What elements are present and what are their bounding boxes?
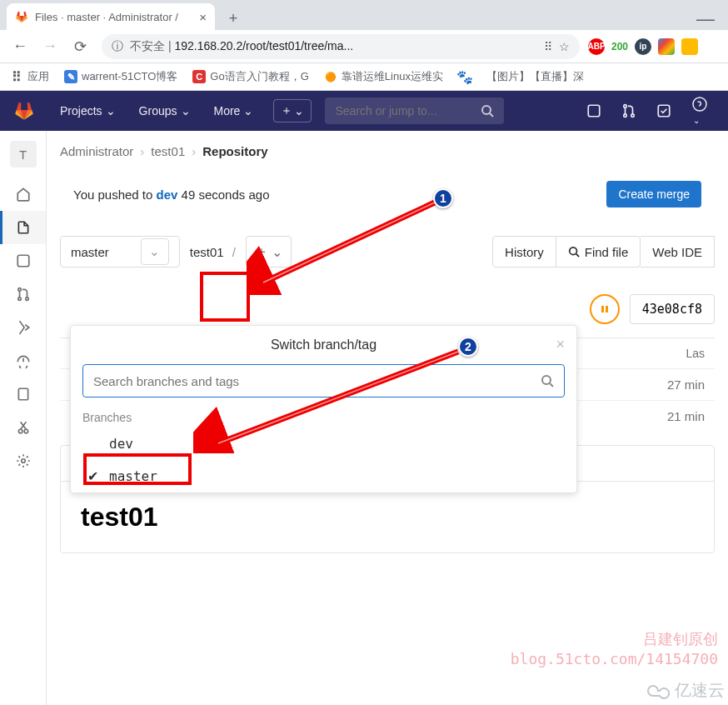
search-icon [541,374,554,388]
forward-button[interactable]: → [37,33,63,60]
close-tab-icon[interactable]: × [199,10,207,24]
nav-more[interactable]: More ⌄ [206,98,262,124]
svg-point-3 [624,105,626,108]
commit-sha[interactable]: 43e08cf8 [630,294,715,324]
breadcrumb-project[interactable]: test01 [151,144,185,158]
dropdown-section-label: Branches [71,408,576,428]
path-root[interactable]: test01 [190,245,224,259]
sidebar-settings[interactable] [0,444,46,478]
push-banner: You pushed to dev 49 seconds ago Create … [60,171,715,218]
breadcrumb-current: Repository [202,144,267,158]
info-icon: ⓘ [112,39,123,54]
merge-requests-icon[interactable] [615,97,643,125]
todos-icon[interactable] [650,97,678,125]
extension-icon[interactable] [681,38,698,55]
branch-selector[interactable]: master ⌄ [60,236,180,268]
add-file-button[interactable]: ＋⌄ [246,236,292,268]
extension-icons: ABP 200 ip [588,38,721,55]
nav-projects[interactable]: Projects ⌄ [52,98,124,124]
annotation-badge-2: 2 [458,337,478,357]
svg-line-21 [550,383,553,387]
sidebar-issues[interactable] [0,244,46,278]
reload-button[interactable]: ⟳ [67,33,93,60]
bookmark-live[interactable]: 【图片】【直播】深 [486,69,584,84]
plus-icon: ＋ [255,243,268,261]
nav-search[interactable] [325,98,504,124]
svg-line-17 [576,254,579,258]
search-icon [568,246,580,258]
sidebar-snippets[interactable] [0,411,46,444]
svg-point-5 [631,114,634,117]
chevron-down-icon: ⌄ [272,244,282,260]
svg-point-15 [21,459,25,463]
nav-search-input[interactable] [335,104,481,118]
branch-search[interactable] [82,364,565,398]
plus-icon: ＋ [281,103,292,118]
chevron-down-icon: ⌄ [181,104,191,118]
pipeline-pending-icon[interactable] [590,294,620,324]
chevron-down-icon: ⌄ [141,238,169,265]
sidebar-operations[interactable] [0,344,46,378]
new-tab-button[interactable]: + [222,7,245,30]
address-bar[interactable]: ⓘ 不安全 | 192.168.20.2/root/test01/tree/ma… [102,34,580,59]
new-button[interactable]: ＋⌄ [273,99,312,122]
bookmark-warrent[interactable]: ✎warrent-51CTO博客 [64,69,177,84]
bookmarks-bar: ⠿应用 ✎warrent-51CTO博客 CGo语言入门教程，G 🟠靠谱运维Li… [0,63,728,91]
svg-point-13 [18,429,22,433]
branch-search-input[interactable] [93,374,541,388]
browser-tab[interactable]: Files · master · Administrator / × [7,3,215,30]
annotation-badge-1: 1 [433,188,453,208]
sidebar-merge-requests[interactable] [0,278,46,311]
abp-icon[interactable]: ABP [588,38,605,55]
apps-icon[interactable]: ⠿应用 [10,69,49,84]
dropdown-title: Switch branch/tag × [71,326,576,364]
branch-item-dev[interactable]: dev [71,428,576,460]
branch-dropdown: Switch branch/tag × Branches dev ✔ maste… [70,325,577,493]
sidebar-ci[interactable] [0,311,46,344]
pushed-branch-link[interactable]: dev [157,188,178,202]
gitlab-top-nav: Projects ⌄ Groups ⌄ More ⌄ ＋⌄ ⌄ [0,91,728,131]
translate-icon[interactable]: ⠿ [544,40,552,53]
chevron-down-icon: ⌄ [243,104,253,118]
breadcrumb-owner[interactable]: Administrator [60,144,133,158]
svg-point-10 [17,298,20,300]
svg-point-16 [569,248,576,255]
branch-item-master[interactable]: ✔ master [71,460,576,492]
svg-point-0 [482,106,491,114]
gtranslate-icon[interactable] [658,38,675,55]
create-merge-request-button[interactable]: Create merge [606,181,701,208]
chevron-down-icon: ⌄ [106,104,116,118]
find-file-button[interactable]: Find file [556,236,641,268]
bookmark-paw[interactable]: 🐾 [458,70,471,83]
history-button[interactable]: History [492,236,556,268]
svg-point-11 [25,298,27,300]
project-avatar[interactable]: T [10,141,37,168]
sidebar-wiki[interactable] [0,378,46,411]
svg-rect-2 [588,105,600,117]
sidebar-repository[interactable] [0,211,46,244]
svg-rect-8 [17,255,29,267]
bookmark-linux[interactable]: 🟠靠谱运维Linux运维实 [324,69,443,84]
watermark-brand: 亿速云 [646,679,725,702]
star-icon[interactable]: ☆ [559,40,570,53]
chevron-right-icon: › [140,144,144,158]
svg-line-1 [490,113,493,117]
path-breadcrumb: test01 / [190,245,236,259]
gitlab-logo-icon[interactable] [13,100,35,122]
back-button[interactable]: ← [7,33,33,60]
svg-rect-12 [18,388,27,400]
svg-point-14 [24,429,28,433]
sidebar-home[interactable] [0,178,46,211]
minimize-icon[interactable]: — [683,8,728,30]
watermark: 吕建钊原创 blog.51cto.com/14154700 [511,629,718,668]
nav-groups[interactable]: Groups ⌄ [131,98,199,124]
bookmark-go[interactable]: CGo语言入门教程，G [192,69,308,84]
issues-icon[interactable] [580,97,608,125]
web-ide-button[interactable]: Web IDE [641,236,715,268]
more-icon[interactable] [705,38,721,55]
close-icon[interactable]: × [556,336,565,353]
repo-toolbar: master ⌄ test01 / ＋⌄ History Find file W… [60,236,715,268]
gitlab-favicon-icon [15,10,28,23]
ip-icon[interactable]: ip [635,38,651,55]
help-icon[interactable]: ⌄ [685,89,715,132]
